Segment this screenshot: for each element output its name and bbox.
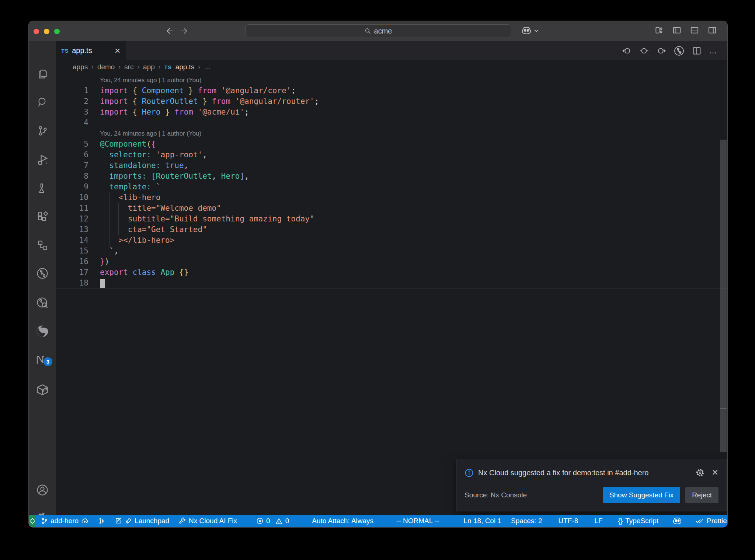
account-icon[interactable] [36, 483, 49, 497]
nx-cloud-fix-item[interactable]: Nx Cloud AI Fix [174, 515, 242, 527]
code-line: 8 imports: [RouterOutlet, Hero], [56, 171, 727, 182]
run-graph-icon[interactable] [36, 267, 49, 280]
forward-icon[interactable] [180, 26, 189, 36]
chevron-down-icon [534, 29, 539, 32]
copilot-icon [672, 517, 682, 525]
code-line: 17export class App {} [56, 267, 727, 278]
cursor-position-item[interactable]: Ln 18, Col 1 [459, 515, 506, 527]
code-editor[interactable]: You, 24 minutes ago | 1 author (You)1imp… [56, 74, 727, 515]
notification-toast: Nx Cloud suggested a fix for demo:test i… [456, 459, 727, 511]
line-number: 6 [56, 150, 88, 160]
maximize-window-button[interactable] [54, 29, 60, 34]
codelens-annotation: You, 24 minutes ago | 1 author (You) [56, 128, 727, 139]
problems-item[interactable]: 0 0 [251, 515, 294, 527]
notification-settings-gear-icon[interactable] [696, 468, 704, 477]
source-control-icon[interactable] [36, 125, 49, 137]
copilot-icon[interactable] [521, 26, 532, 35]
code-line: 5@Component({ [56, 139, 727, 150]
vscode-window: acme [29, 21, 727, 527]
tab-app-ts[interactable]: TS app.ts ✕ [56, 41, 126, 60]
toggle-primary-sidebar-icon[interactable] [672, 25, 682, 35]
toggle-secondary-sidebar-icon[interactable] [707, 25, 717, 35]
double-check-icon [695, 517, 704, 525]
prettier-item[interactable]: Prettier [690, 515, 727, 527]
breadcrumb-item[interactable]: src [124, 63, 133, 71]
error-icon [256, 517, 264, 525]
line-number: 10 [56, 192, 88, 203]
nx-fix-label: Nx Cloud AI Fix [189, 517, 237, 525]
line-number: 5 [56, 139, 88, 150]
info-icon [465, 468, 474, 477]
nav-back-circle-icon[interactable] [622, 46, 632, 56]
tab-close-icon[interactable]: ✕ [114, 47, 121, 55]
close-window-button[interactable] [34, 29, 39, 34]
run-target-icon[interactable] [674, 45, 685, 56]
toggle-panel-icon[interactable] [690, 25, 699, 35]
reject-button[interactable]: Reject [685, 487, 719, 503]
code-line: 16}) [56, 256, 727, 267]
command-center-search[interactable]: acme [245, 24, 511, 38]
swirl-icon[interactable] [35, 324, 49, 338]
warning-icon [275, 517, 283, 525]
breadcrumb-item[interactable]: demo [97, 63, 115, 71]
encoding-item[interactable]: UTF-8 [554, 515, 583, 527]
search-sidebar-icon[interactable] [36, 96, 49, 109]
line-number: 3 [56, 107, 88, 118]
language-mode-item[interactable]: {} TypeScript [613, 515, 663, 527]
overview-ruler-mark [720, 409, 727, 409]
wrench-icon [179, 517, 186, 525]
auto-attach-item[interactable]: Auto Attach: Always [307, 515, 378, 527]
code-line: 10 <lib-hero [56, 192, 727, 203]
back-icon[interactable] [164, 26, 174, 36]
breadcrumb-item[interactable]: app [143, 63, 155, 71]
breadcrumb-symbol[interactable]: … [204, 63, 211, 71]
remote-indicator[interactable] [29, 515, 36, 527]
git-graph-item[interactable] [93, 515, 110, 527]
breadcrumb-item[interactable]: apps [73, 63, 88, 71]
testing-icon[interactable] [36, 182, 49, 195]
scrollbar-thumb[interactable] [720, 140, 727, 452]
line-number: 1 [56, 85, 88, 96]
customize-layout-icon[interactable] [654, 25, 664, 35]
container-cube-icon[interactable] [36, 383, 49, 396]
remote-icon [29, 517, 36, 525]
launchpad-item[interactable]: Launchpad [110, 515, 174, 527]
graph-search-icon[interactable] [36, 296, 49, 309]
extensions-icon[interactable] [36, 211, 49, 223]
activity-bar: 3 [29, 41, 56, 515]
indentation-item[interactable]: Spaces: 2 [506, 515, 547, 527]
line-number: 16 [56, 256, 88, 267]
more-actions-icon[interactable]: … [709, 46, 718, 56]
error-count: 0 [266, 517, 270, 525]
code-line: 18 [56, 278, 727, 288]
tab-bar: TS app.ts ✕ … [56, 41, 727, 60]
line-number: 4 [56, 118, 88, 128]
window-controls [34, 29, 60, 34]
git-branch-item[interactable]: add-hero [36, 515, 93, 527]
copilot-status-item[interactable] [668, 515, 687, 527]
line-number: 15 [56, 246, 88, 256]
notification-close-icon[interactable]: ✕ [712, 468, 719, 477]
breadcrumb-file[interactable]: app.ts [175, 63, 195, 71]
title-bar: acme [29, 21, 727, 41]
rocket-icon [125, 517, 132, 525]
explorer-icon[interactable] [36, 68, 49, 80]
editor-scrollbar[interactable] [719, 127, 727, 515]
nx-badge: 3 [44, 357, 52, 366]
hierarchy-icon[interactable] [36, 239, 49, 252]
show-suggested-fix-button[interactable]: Show Suggested Fix [603, 487, 680, 503]
split-editor-icon[interactable] [692, 46, 702, 56]
minimize-window-button[interactable] [44, 29, 49, 34]
nav-dot-circle-icon[interactable] [639, 46, 649, 56]
edit-check-icon [115, 517, 122, 525]
eol-item[interactable]: LF [589, 515, 607, 527]
code-line: 12 subtitle="Build something amazing tod… [56, 214, 727, 224]
vim-mode-item[interactable]: -- NORMAL -- [392, 515, 444, 527]
line-number: 17 [56, 267, 88, 278]
notification-title: Nx Cloud suggested a fix for demo:test i… [478, 469, 648, 477]
code-line: 6 selector: 'app-root', [56, 150, 727, 160]
code-line: 11 title="Welcmoe demo" [56, 203, 727, 214]
vim-block-cursor [100, 279, 105, 288]
nav-forward-circle-icon[interactable] [656, 46, 667, 56]
run-debug-icon[interactable] [36, 153, 49, 166]
